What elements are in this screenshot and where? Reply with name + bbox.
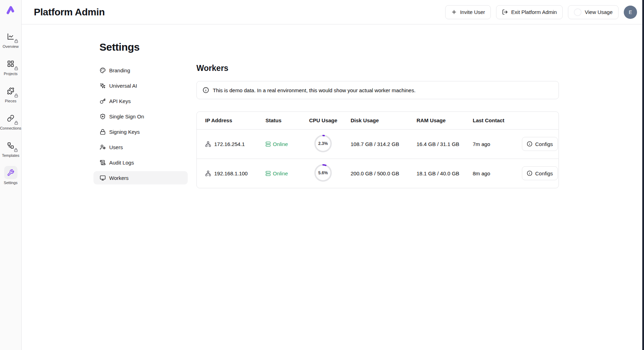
- settings-nav: Branding Universal AI API Keys Single Si…: [93, 64, 188, 184]
- view-usage-button[interactable]: View Usage: [568, 5, 619, 19]
- sidebar-nav: Overview Projects Pieces: [0, 30, 21, 193]
- plus-icon: [451, 9, 457, 15]
- workers-table: IP Address Status CPU Usage Disk Usage R…: [197, 112, 559, 188]
- col-header-status: Status: [265, 112, 309, 129]
- main-area: Platform Admin Invite User Exit Platform…: [22, 0, 644, 350]
- settings-page: Settings Branding Universal AI API Keys: [22, 24, 644, 188]
- sidebar-item-connections[interactable]: Connections: [0, 111, 21, 130]
- icon-sidebar: Overview Projects Pieces: [0, 0, 22, 350]
- platform-admin-app: Overview Projects Pieces: [0, 0, 644, 350]
- cpu-usage-donut: 2.3%: [314, 134, 332, 153]
- log-out-icon: [502, 9, 508, 15]
- lock-badge-icon: [14, 66, 18, 70]
- wrench-icon: [7, 169, 14, 176]
- lock-icon: [100, 129, 106, 135]
- worker-row: 192.168.1.100 Online: [197, 159, 559, 188]
- network-icon: [205, 170, 211, 176]
- scroll-text-icon: [100, 160, 106, 166]
- configs-button[interactable]: Configs: [522, 137, 558, 151]
- lock-badge-icon: [14, 94, 18, 97]
- col-header-cpu: CPU Usage: [309, 112, 351, 129]
- right-edge-strip: [642, 0, 644, 350]
- settings-nav-audit-logs[interactable]: Audit Logs: [93, 156, 188, 169]
- server-icon: [265, 141, 271, 147]
- worker-ip: 172.16.254.1: [205, 141, 265, 147]
- demo-data-alert: This is demo data. In a real environment…: [196, 81, 559, 99]
- info-icon: [527, 141, 532, 147]
- settings-nav-users[interactable]: Users: [93, 140, 188, 154]
- exit-platform-admin-button[interactable]: Exit Platform Admin: [496, 5, 563, 19]
- worker-ram: 18.1 GB / 40.0 GB: [417, 159, 473, 188]
- col-header-ip: IP Address: [197, 112, 265, 129]
- sidebar-item-pieces[interactable]: Pieces: [4, 84, 17, 103]
- worker-last-contact: 7m ago: [473, 129, 522, 159]
- invite-user-button[interactable]: Invite User: [445, 5, 491, 19]
- key-icon: [100, 98, 106, 104]
- app-logo[interactable]: [6, 5, 16, 15]
- col-header-disk: Disk Usage: [351, 112, 417, 129]
- col-header-ram: RAM Usage: [417, 112, 473, 129]
- status-badge: Online: [265, 141, 309, 147]
- configs-button[interactable]: Configs: [522, 166, 558, 180]
- cpu-usage-donut: 5.6%: [314, 164, 332, 182]
- info-icon: [203, 87, 209, 93]
- settings-title: Settings: [99, 41, 630, 53]
- sparkles-icon: [100, 83, 106, 89]
- puzzle-icon: [7, 87, 14, 95]
- sidebar-item-label: Settings: [4, 181, 18, 185]
- page-title: Platform Admin: [34, 7, 105, 18]
- demo-data-alert-text: This is demo data. In a real environment…: [213, 87, 415, 93]
- worker-disk: 200.0 GB / 500.0 GB: [351, 159, 417, 188]
- activepieces-logo-icon: [6, 5, 16, 15]
- server-icon: [265, 171, 271, 176]
- worker-row: 172.16.254.1 Online: [197, 129, 559, 159]
- lock-badge-icon: [14, 148, 18, 152]
- sidebar-item-templates[interactable]: Templates: [2, 139, 19, 158]
- status-badge: Online: [265, 170, 309, 176]
- sidebar-item-settings[interactable]: Settings: [4, 166, 18, 185]
- settings-nav-branding[interactable]: Branding: [93, 64, 188, 77]
- sidebar-item-projects[interactable]: Projects: [4, 57, 18, 76]
- sidebar-item-label: Templates: [2, 153, 19, 158]
- layout-grid-icon: [7, 60, 14, 67]
- table-header-row: IP Address Status CPU Usage Disk Usage R…: [197, 112, 559, 129]
- sidebar-item-label: Connections: [0, 126, 21, 130]
- worker-last-contact: 8m ago: [473, 159, 522, 188]
- lock-badge-icon: [14, 39, 18, 43]
- settings-nav-api-keys[interactable]: API Keys: [93, 94, 188, 108]
- settings-nav-workers[interactable]: Workers: [93, 171, 188, 184]
- user-cog-icon: [100, 144, 106, 150]
- worker-ram: 16.4 GB / 31.1 GB: [417, 129, 473, 159]
- chart-line-icon: [7, 33, 14, 40]
- topbar-actions: Invite User Exit Platform Admin View Usa…: [445, 5, 637, 19]
- palette-icon: [100, 67, 106, 73]
- user-avatar[interactable]: E: [624, 6, 637, 19]
- workers-table-card: IP Address Status CPU Usage Disk Usage R…: [196, 111, 559, 188]
- lock-badge-icon: [14, 121, 18, 125]
- worker-disk: 108.7 GB / 314.2 GB: [351, 129, 417, 159]
- monitor-icon: [100, 175, 106, 181]
- sidebar-item-label: Projects: [4, 72, 18, 76]
- workers-panel: Workers This is demo data. In a real env…: [196, 64, 559, 188]
- info-icon: [527, 170, 532, 176]
- link-icon: [7, 115, 14, 122]
- col-header-last-contact: Last Contact: [473, 112, 522, 129]
- settings-nav-universal-ai[interactable]: Universal AI: [93, 79, 188, 92]
- sidebar-item-label: Overview: [3, 44, 19, 49]
- settings-nav-single-sign-on[interactable]: Single Sign On: [93, 110, 188, 123]
- network-icon: [205, 141, 211, 147]
- sidebar-item-label: Pieces: [5, 99, 16, 103]
- workflow-icon: [7, 142, 14, 149]
- workers-title: Workers: [196, 64, 559, 73]
- col-header-actions: [522, 112, 559, 129]
- settings-nav-signing-keys[interactable]: Signing Keys: [93, 125, 188, 138]
- sidebar-item-overview[interactable]: Overview: [3, 30, 19, 49]
- topbar: Platform Admin Invite User Exit Platform…: [22, 0, 644, 24]
- shield-plus-icon: [100, 114, 106, 119]
- worker-ip: 192.168.1.100: [205, 170, 265, 176]
- usage-ring-icon: [574, 8, 582, 16]
